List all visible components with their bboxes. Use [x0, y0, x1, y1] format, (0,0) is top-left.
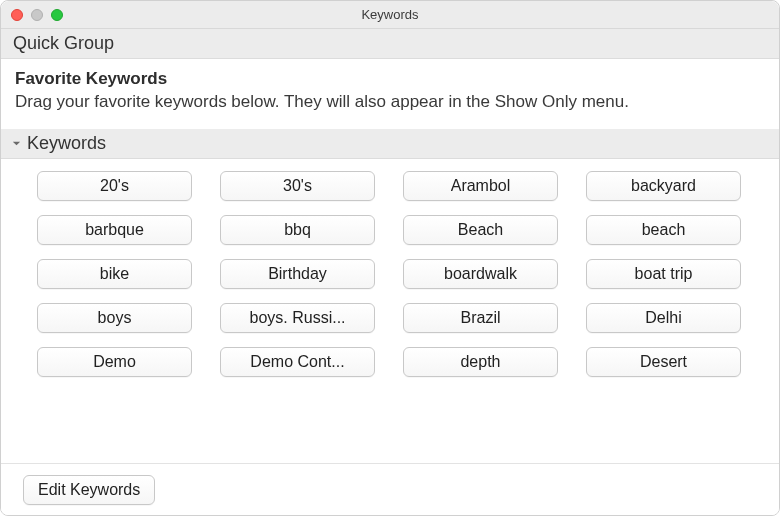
keyword-pill[interactable]: 20's — [37, 171, 192, 201]
keyword-label: Brazil — [460, 309, 500, 327]
traffic-lights — [1, 9, 63, 21]
keyword-label: backyard — [631, 177, 696, 195]
quick-group-label: Quick Group — [13, 33, 114, 53]
keyword-label: Demo Cont... — [250, 353, 344, 371]
keyword-label: bike — [100, 265, 129, 283]
keyword-label: Beach — [458, 221, 503, 239]
keywords-window: Keywords Quick Group Favorite Keywords D… — [1, 1, 779, 515]
keyword-pill[interactable]: boardwalk — [403, 259, 558, 289]
keyword-label: Demo — [93, 353, 136, 371]
keyword-pill[interactable]: boys. Russi... — [220, 303, 375, 333]
keyword-label: 20's — [100, 177, 129, 195]
footer-bar: Edit Keywords — [1, 463, 779, 515]
keyword-pill[interactable]: barbque — [37, 215, 192, 245]
keyword-label: boys. Russi... — [249, 309, 345, 327]
keywords-scroll-area[interactable]: 20's30'sArambolbackyardbarbquebbqBeachbe… — [1, 159, 779, 419]
keyword-label: Birthday — [268, 265, 327, 283]
quick-group-header: Quick Group — [1, 29, 779, 59]
keyword-label: barbque — [85, 221, 144, 239]
keyword-pill[interactable]: Birthday — [220, 259, 375, 289]
keyword-pill[interactable]: depth — [403, 347, 558, 377]
keyword-label: beach — [642, 221, 686, 239]
keyword-pill[interactable]: backyard — [586, 171, 741, 201]
keyword-label: Delhi — [645, 309, 681, 327]
keyword-label: bbq — [284, 221, 311, 239]
keyword-label: Arambol — [451, 177, 511, 195]
chevron-down-icon[interactable] — [9, 137, 23, 151]
keyword-pill[interactable]: bbq — [220, 215, 375, 245]
keyword-label: boat trip — [635, 265, 693, 283]
keyword-pill[interactable]: Demo Cont... — [220, 347, 375, 377]
keyword-pill[interactable]: Arambol — [403, 171, 558, 201]
favorites-title: Favorite Keywords — [15, 69, 765, 89]
keyword-pill[interactable]: Demo — [37, 347, 192, 377]
edit-keywords-label: Edit Keywords — [38, 481, 140, 499]
keyword-pill[interactable]: Brazil — [403, 303, 558, 333]
keyword-pill[interactable]: beach — [586, 215, 741, 245]
keywords-section-label: Keywords — [27, 133, 106, 154]
keywords-grid: 20's30'sArambolbackyardbarbquebbqBeachbe… — [37, 171, 755, 377]
keyword-pill[interactable]: Delhi — [586, 303, 741, 333]
keyword-pill[interactable]: boys — [37, 303, 192, 333]
keywords-section-header[interactable]: Keywords — [1, 129, 779, 159]
minimize-button[interactable] — [31, 9, 43, 21]
keyword-pill[interactable]: boat trip — [586, 259, 741, 289]
edit-keywords-button[interactable]: Edit Keywords — [23, 475, 155, 505]
favorites-dropzone[interactable]: Favorite Keywords Drag your favorite key… — [1, 59, 779, 129]
close-button[interactable] — [11, 9, 23, 21]
keyword-pill[interactable]: bike — [37, 259, 192, 289]
keyword-label: 30's — [283, 177, 312, 195]
titlebar[interactable]: Keywords — [1, 1, 779, 29]
keyword-pill[interactable]: Beach — [403, 215, 558, 245]
zoom-button[interactable] — [51, 9, 63, 21]
window-title: Keywords — [1, 7, 779, 22]
keyword-pill[interactable]: Desert — [586, 347, 741, 377]
favorites-description: Drag your favorite keywords below. They … — [15, 91, 765, 113]
keyword-label: boardwalk — [444, 265, 517, 283]
keyword-label: depth — [460, 353, 500, 371]
keyword-label: boys — [98, 309, 132, 327]
keyword-pill[interactable]: 30's — [220, 171, 375, 201]
keyword-label: Desert — [640, 353, 687, 371]
